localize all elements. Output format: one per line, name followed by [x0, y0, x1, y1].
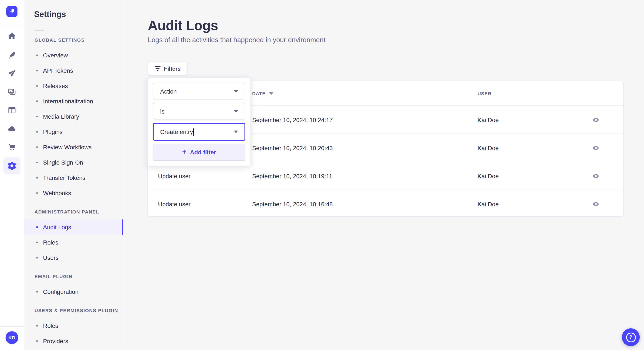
sidebar-item-transfer-tokens[interactable]: Transfer Tokens: [24, 170, 123, 185]
strapi-logo: [6, 6, 18, 17]
cell-user: Kai Doe: [478, 200, 568, 207]
media-library-icon[interactable]: [7, 87, 17, 97]
bullet-icon: [36, 226, 38, 228]
sidebar-item-email-configuration[interactable]: Configuration: [24, 284, 123, 299]
header-date: DATE: [252, 91, 478, 96]
paper-plane-icon[interactable]: [7, 68, 17, 78]
header-user: USER: [478, 91, 568, 96]
subnav-divider: [34, 30, 44, 31]
sidebar-item-media-library[interactable]: Media Library: [24, 109, 123, 124]
bullet-icon: [36, 116, 38, 117]
sidebar-item-label: Transfer Tokens: [43, 174, 86, 181]
marketplace-cart-icon[interactable]: [7, 142, 17, 152]
bullet-icon: [36, 162, 38, 163]
bullet-icon: [36, 340, 38, 342]
sidebar-item-label: Audit Logs: [43, 224, 71, 230]
header-date-label: DATE: [252, 91, 266, 96]
help-button[interactable]: ?: [622, 328, 640, 346]
sidebar-item-up-providers[interactable]: Providers: [24, 334, 123, 349]
section-label: GLOBAL SETTINGS: [24, 32, 123, 48]
sidebar-item-internationalization[interactable]: Internationalization: [24, 94, 123, 109]
sidebar-item-webhooks[interactable]: Webhooks: [24, 185, 123, 201]
page-title: Audit Logs: [148, 18, 218, 34]
sidebar-item-label: Overview: [43, 52, 68, 59]
section-label: USERS & PERMISSIONS PLUGIN: [24, 303, 123, 318]
add-filter-button[interactable]: + Add filter: [153, 144, 245, 161]
sidebar-item-label: Single Sign-On: [43, 159, 83, 166]
bullet-icon: [36, 100, 38, 102]
bullet-icon: [36, 291, 38, 293]
cell-user: Kai Doe: [478, 144, 568, 151]
filters-button[interactable]: Filters: [148, 62, 188, 75]
filter-value-text: Create entry: [160, 128, 193, 135]
filter-field-select[interactable]: Action: [153, 83, 245, 100]
rail-divider: [0, 24, 24, 24]
section-global-settings: GLOBAL SETTINGS Overview API Tokens Rele…: [24, 32, 123, 201]
section-email-plugin: EMAIL PLUGIN Configuration: [24, 269, 123, 299]
sort-by-date-button[interactable]: DATE: [252, 91, 273, 96]
main-nav-rail: KD: [0, 0, 24, 350]
sidebar-item-up-roles[interactable]: Roles: [24, 318, 123, 334]
sidebar-item-overview[interactable]: Overview: [24, 48, 123, 63]
filter-operator-value: is: [160, 108, 164, 115]
settings-gear-icon[interactable]: [4, 157, 20, 174]
bullet-icon: [36, 257, 38, 259]
filter-field-value: Action: [160, 88, 177, 95]
sidebar-item-label: Media Library: [43, 113, 79, 120]
view-log-button[interactable]: [590, 142, 602, 153]
header-user-label: USER: [478, 91, 492, 96]
bullet-icon: [36, 177, 38, 178]
sidebar-item-label: Releases: [43, 82, 68, 89]
home-icon[interactable]: [7, 31, 17, 41]
view-log-button[interactable]: [590, 198, 602, 209]
cell-user: Kai Doe: [478, 116, 568, 123]
bullet-icon: [36, 85, 38, 87]
sidebar-item-single-sign-on[interactable]: Single Sign-On: [24, 155, 123, 170]
sidebar-item-label: API Tokens: [43, 67, 73, 74]
sidebar-item-admin-users[interactable]: Users: [24, 250, 123, 265]
filter-value-combobox[interactable]: Create entry: [153, 123, 245, 141]
sidebar-item-api-tokens[interactable]: API Tokens: [24, 63, 123, 78]
cloud-icon[interactable]: [7, 124, 17, 134]
cell-date: September 10, 2024, 10:20:43: [252, 144, 478, 151]
page-subtitle: Logs of all the activities that happened…: [148, 36, 326, 44]
sidebar-item-label: Roles: [43, 239, 58, 246]
sidebar-item-releases[interactable]: Releases: [24, 78, 123, 94]
eye-icon: [592, 172, 600, 180]
bullet-icon: [36, 146, 38, 148]
content-manager-layout-icon[interactable]: [7, 105, 17, 115]
section-label: EMAIL PLUGIN: [24, 269, 123, 284]
plus-icon: +: [182, 148, 186, 156]
sidebar-item-label: Webhooks: [43, 190, 71, 196]
sidebar-item-label: Internationalization: [43, 98, 93, 105]
subnav-title: Settings: [34, 10, 66, 19]
view-log-button[interactable]: [590, 170, 602, 181]
cell-action: Update user: [148, 200, 252, 207]
eye-icon: [592, 144, 600, 152]
sidebar-item-review-workflows[interactable]: Review Workflows: [24, 140, 123, 155]
app-viewport: KD Settings GLOBAL SETTINGS Overview API…: [0, 0, 644, 350]
chevron-down-icon: [234, 131, 238, 133]
rail-bottom-divider: [0, 326, 24, 327]
sidebar-item-label: Providers: [43, 338, 68, 345]
filters-button-label: Filters: [164, 65, 180, 72]
chevron-down-icon: [234, 90, 238, 93]
cell-date: September 10, 2024, 10:24:17: [252, 116, 478, 123]
settings-nav-list: GLOBAL SETTINGS Overview API Tokens Rele…: [24, 32, 123, 349]
sidebar-item-label: Roles: [43, 322, 58, 329]
sidebar-item-admin-roles[interactable]: Roles: [24, 235, 123, 250]
question-mark-icon: ?: [626, 332, 636, 342]
sidebar-item-audit-logs[interactable]: Audit Logs: [24, 219, 123, 235]
cell-date: September 10, 2024, 10:19:11: [252, 173, 478, 179]
sidebar-item-plugins[interactable]: Plugins: [24, 124, 123, 140]
section-administration-panel: ADMINISTRATION PANEL Audit Logs Roles Us…: [24, 204, 123, 265]
cell-date: September 10, 2024, 10:16:48: [252, 200, 478, 207]
filter-operator-select[interactable]: is: [153, 103, 245, 120]
settings-subnav: Settings GLOBAL SETTINGS Overview API To…: [24, 0, 123, 350]
cell-user: Kai Doe: [478, 173, 568, 179]
table-row[interactable]: Update user September 10, 2024, 10:16:48…: [148, 190, 623, 218]
bullet-icon: [36, 54, 38, 56]
user-avatar[interactable]: KD: [6, 331, 18, 344]
view-log-button[interactable]: [590, 114, 602, 125]
content-type-builder-feather-icon[interactable]: [7, 49, 17, 60]
